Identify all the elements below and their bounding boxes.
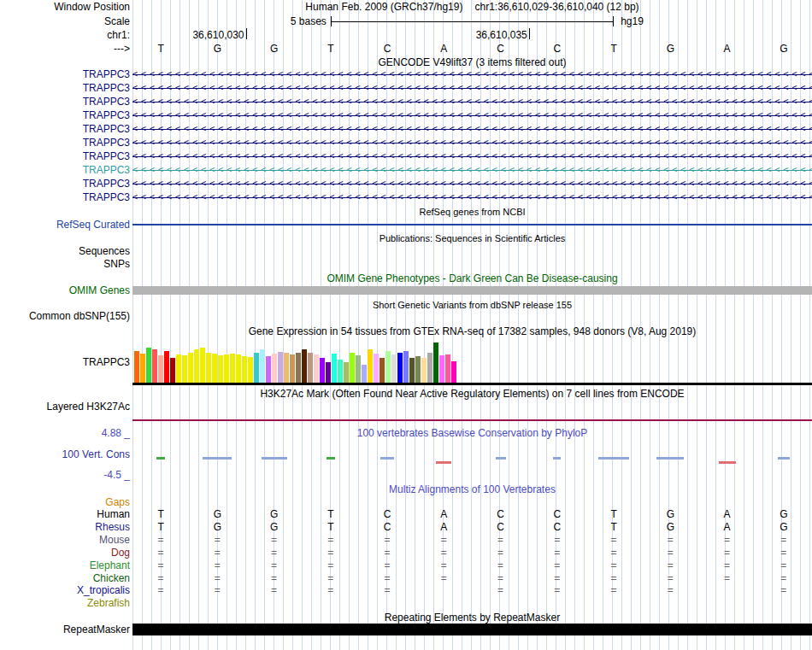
gtex-expression-bar[interactable] [170, 358, 175, 384]
label-trappc3[interactable]: TRAPPC3 [83, 109, 130, 121]
label-sequences[interactable]: Sequences [79, 245, 130, 257]
gtex-expression-bar[interactable] [427, 353, 432, 384]
gtex-expression-bar[interactable] [248, 357, 253, 384]
gtex-expression-bar[interactable] [433, 343, 438, 384]
title-repeating-elements-by-repeatmask[interactable]: Repeating Elements by RepeatMasker [132, 612, 812, 624]
title-gencode-v49lift37-3-items-filter[interactable]: GENCODE V49lift37 (3 items filtered out) [132, 56, 812, 68]
gtex-expression-bar[interactable] [380, 358, 385, 384]
gtex-expression-bar[interactable] [194, 349, 199, 384]
gtex-expression-bar[interactable] [152, 349, 157, 384]
transcript-line[interactable]: <<<<<<<<<<<<<<<<<<<<<<<<<<<<<<<<<<<<<<<<… [132, 165, 812, 175]
repeatmasker-track[interactable] [132, 624, 812, 635]
label-snps[interactable]: SNPs [103, 258, 130, 270]
label-trappc3[interactable]: TRAPPC3 [83, 96, 130, 108]
gtex-expression-bar[interactable] [332, 354, 337, 384]
gtex-expression-bar[interactable] [385, 351, 391, 384]
species-label-gaps[interactable]: Gaps [105, 496, 130, 508]
label-trappc3[interactable]: TRAPPC3 [83, 137, 130, 149]
label-common-dbsnp-155[interactable]: Common dbSNP(155) [29, 310, 130, 322]
gtex-expression-bar[interactable] [368, 349, 373, 384]
label-trappc3[interactable]: TRAPPC3 [83, 123, 130, 135]
gtex-expression-bar[interactable] [236, 354, 241, 384]
label-100-vert-cons[interactable]: 100 Vert. Cons [62, 448, 130, 460]
gtex-expression-bar[interactable] [439, 355, 444, 384]
gtex-expression-bar[interactable] [140, 354, 145, 384]
species-label-mouse[interactable]: Mouse [99, 534, 130, 546]
gtex-expression-bar[interactable] [206, 353, 211, 384]
gtex-expression-bar[interactable] [266, 356, 271, 384]
gtex-expression-bar[interactable] [403, 351, 409, 384]
label-trappc3[interactable]: TRAPPC3 [83, 150, 130, 162]
omim-genes-track[interactable] [132, 286, 812, 295]
gtex-expression-bar[interactable] [284, 353, 289, 384]
title-100-vertebrates-basewise-conserv[interactable]: 100 vertebrates Basewise Conservation by… [132, 427, 812, 439]
gtex-expression-bar[interactable] [242, 356, 247, 384]
gtex-expression-bar[interactable] [451, 361, 456, 384]
gtex-expression-bar[interactable] [320, 358, 325, 384]
transcript-line[interactable]: <<<<<<<<<<<<<<<<<<<<<<<<<<<<<<<<<<<<<<<<… [132, 69, 812, 79]
gtex-expression-bar[interactable] [146, 348, 151, 384]
gtex-expression-bar[interactable] [272, 354, 277, 384]
gtex-expression-bar[interactable] [445, 354, 450, 384]
gtex-expression-bar[interactable] [278, 352, 283, 384]
gtex-expression-bar[interactable] [182, 355, 187, 384]
gtex-expression-bar[interactable] [302, 349, 307, 384]
title-omim-gene-phenotypes-dark-green-[interactable]: OMIM Gene Phenotypes - Dark Green Can Be… [132, 272, 812, 284]
label-layered-h3k27ac[interactable]: Layered H3K27Ac [47, 401, 130, 413]
gtex-expression-bar[interactable] [356, 355, 361, 384]
gtex-expression-bar[interactable] [421, 358, 427, 384]
gtex-expression-bar[interactable] [260, 349, 265, 384]
transcript-line[interactable]: <<<<<<<<<<<<<<<<<<<<<<<<<<<<<<<<<<<<<<<<… [132, 179, 812, 189]
gtex-expression-bar[interactable] [188, 353, 193, 384]
transcript-line[interactable]: <<<<<<<<<<<<<<<<<<<<<<<<<<<<<<<<<<<<<<<<… [132, 124, 812, 134]
refseq-curated-track[interactable] [132, 224, 812, 225]
gtex-expression-bar[interactable] [350, 353, 355, 384]
gtex-expression-bar[interactable] [224, 354, 229, 384]
gtex-expression-bar[interactable] [230, 354, 235, 384]
gtex-expression-bar[interactable] [314, 354, 319, 384]
label-trappc3[interactable]: TRAPPC3 [83, 178, 130, 190]
label-trappc3[interactable]: TRAPPC3 [83, 164, 130, 176]
gtex-expression-bar[interactable] [254, 353, 259, 384]
gtex-expression-bar[interactable] [326, 362, 331, 384]
transcript-line[interactable]: <<<<<<<<<<<<<<<<<<<<<<<<<<<<<<<<<<<<<<<<… [132, 151, 812, 161]
gtex-expression-bar[interactable] [176, 354, 181, 384]
title-multiz-alignments-of-100-vertebr[interactable]: Multiz Alignments of 100 Vertebrates [132, 483, 812, 495]
gtex-expression-bar[interactable] [338, 360, 343, 384]
gtex-expression-bar[interactable] [362, 365, 367, 384]
label-trappc3[interactable]: TRAPPC3 [83, 191, 130, 203]
gtex-expression-bar[interactable] [374, 354, 379, 384]
transcript-line[interactable]: <<<<<<<<<<<<<<<<<<<<<<<<<<<<<<<<<<<<<<<<… [132, 97, 812, 107]
label-trappc3[interactable]: TRAPPC3 [83, 82, 130, 94]
gtex-expression-bar[interactable] [134, 351, 139, 384]
gtex-expression-bar[interactable] [212, 354, 217, 384]
gtex-expression-bar[interactable] [308, 353, 313, 384]
species-label-chicken[interactable]: Chicken [93, 572, 130, 584]
species-label-dog[interactable]: Dog [111, 547, 130, 559]
gtex-expression-bar[interactable] [344, 362, 349, 384]
label-omim-genes[interactable]: OMIM Genes [69, 284, 130, 296]
transcript-line[interactable]: <<<<<<<<<<<<<<<<<<<<<<<<<<<<<<<<<<<<<<<<… [132, 110, 812, 120]
species-label-x-tropicalis[interactable]: X_tropicalis [77, 584, 130, 596]
title-refseq-genes-from-ncbi[interactable]: RefSeq genes from NCBI [132, 206, 812, 218]
label-refseq-curated[interactable]: RefSeq Curated [56, 219, 130, 231]
title-h3k27ac-mark-often-found-near-ac[interactable]: H3K27Ac Mark (Often Found Near Active Re… [132, 388, 812, 400]
gtex-expression-bar[interactable] [397, 353, 403, 384]
label-trappc3[interactable]: TRAPPC3 [83, 356, 130, 368]
transcript-line[interactable]: <<<<<<<<<<<<<<<<<<<<<<<<<<<<<<<<<<<<<<<<… [132, 138, 812, 148]
gtex-expression-bar[interactable] [218, 355, 223, 384]
transcript-line[interactable]: <<<<<<<<<<<<<<<<<<<<<<<<<<<<<<<<<<<<<<<<… [132, 192, 812, 202]
gtex-expression-bar[interactable] [158, 355, 163, 384]
gtex-expression-bar[interactable] [391, 354, 397, 384]
label-trappc3[interactable]: TRAPPC3 [83, 68, 130, 80]
gtex-expression-bar[interactable] [415, 356, 421, 384]
title-short-genetic-variants-from-dbsn[interactable]: Short Genetic Variants from dbSNP releas… [132, 299, 812, 311]
title-gene-expression-in-54-tissues-fr[interactable]: Gene Expression in 54 tissues from GTEx … [132, 325, 812, 337]
h3k27ac-track[interactable] [132, 419, 812, 421]
gtex-expression-bar[interactable] [200, 348, 205, 384]
label-repeatmasker[interactable]: RepeatMasker [63, 624, 130, 635]
gtex-expression-bar[interactable] [409, 358, 415, 384]
label-4-5[interactable]: -4.5 _ [103, 469, 130, 481]
species-label-elephant[interactable]: Elephant [90, 559, 130, 571]
label-4-88[interactable]: 4.88 _ [102, 427, 130, 439]
